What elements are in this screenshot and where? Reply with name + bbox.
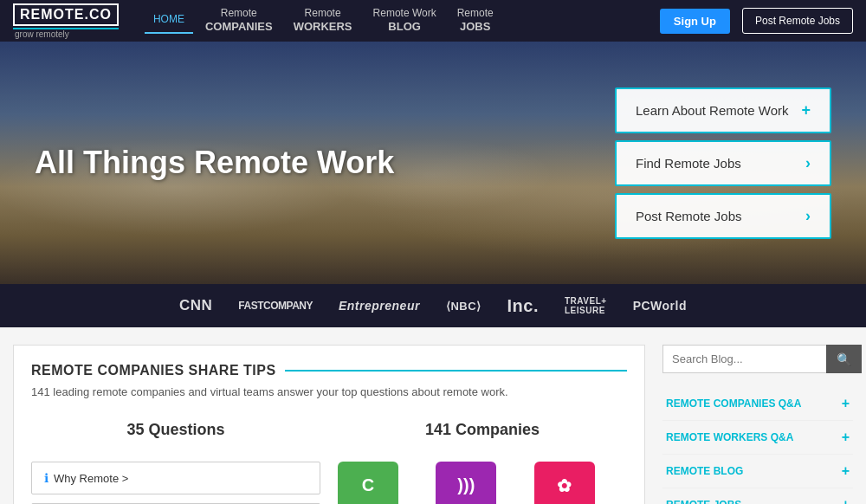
bottom-row: ℹ Why Remote > ✦ Hiring Remotely > C )))… [31, 462, 627, 504]
search-input[interactable] [662, 345, 826, 373]
entrepreneur-logo: Entrepreneur [339, 299, 420, 313]
nbc-logo: ⟨NBC⟩ [446, 300, 481, 313]
sidebar-item-jobs[interactable]: REMOTE JOBS + [662, 488, 853, 504]
post-remote-jobs-hero-button[interactable]: Post Remote Jobs › [615, 193, 831, 239]
stat-companies: 141 Companies [338, 412, 627, 448]
logo-area[interactable]: REMOTE.CO grow remotely [13, 3, 119, 39]
chevron-right-icon: › [805, 154, 811, 172]
travel-logo: TRAVEL+LEISURE [565, 296, 607, 315]
expand-icon-2: + [842, 430, 850, 445]
links-column: ℹ Why Remote > ✦ Hiring Remotely > [31, 462, 320, 504]
press-bar: CNN FASTCOMPANY Entrepreneur ⟨NBC⟩ Inc. … [0, 284, 866, 327]
expand-icon-1: + [842, 396, 850, 411]
post-jobs-button[interactable]: Post Remote Jobs [742, 8, 853, 34]
company-logo-3[interactable]: ✿ [534, 462, 595, 504]
hero-title: All Things Remote Work [35, 145, 615, 181]
main-content: REMOTE COMPANIES SHARE TIPS 141 leading … [0, 327, 866, 504]
chevron-right-icon-2: › [805, 207, 811, 225]
plus-circle-icon: + [801, 101, 811, 120]
signup-button[interactable]: Sign Up [660, 9, 730, 34]
company-logo-2[interactable]: ))) [436, 462, 496, 504]
stats-row: 35 Questions 141 Companies [31, 412, 627, 448]
stat-questions: 35 Questions [31, 412, 320, 448]
search-box: 🔍 [662, 345, 853, 373]
info-icon: ℹ [44, 471, 48, 485]
pcworld-logo: PCWorld [633, 299, 687, 313]
search-button[interactable]: 🔍 [826, 345, 862, 373]
hero-section: All Things Remote Work Learn About Remot… [0, 42, 866, 284]
hero-buttons: Learn About Remote Work + Find Remote Jo… [615, 87, 831, 239]
expand-icon-3: + [842, 463, 850, 479]
right-sidebar: 🔍 REMOTE COMPANIES Q&A + REMOTE WORKERS … [662, 345, 853, 504]
logo-text: REMOTE.CO [13, 3, 119, 26]
company-logos-grid: C ))) ✿ ā W R [338, 462, 627, 504]
nav-workers[interactable]: Remote WORKERS [285, 2, 361, 40]
cnn-logo: CNN [179, 297, 212, 314]
sidebar-item-workers-qa[interactable]: REMOTE WORKERS Q&A + [662, 421, 853, 455]
inc-logo: Inc. [507, 296, 539, 316]
nav-jobs[interactable]: Remote JOBS [449, 2, 502, 40]
fastcompany-logo: FASTCOMPANY [238, 300, 313, 312]
section-title-divider [285, 370, 627, 372]
logo-tagline: grow remotely [13, 28, 119, 39]
find-remote-jobs-button[interactable]: Find Remote Jobs › [615, 140, 831, 186]
section-title: REMOTE COMPANIES SHARE TIPS [31, 363, 627, 378]
navbar: REMOTE.CO grow remotely HOME Remote COMP… [0, 0, 866, 42]
sidebar-item-companies-qa[interactable]: REMOTE COMPANIES Q&A + [662, 387, 853, 421]
sidebar-item-blog[interactable]: REMOTE BLOG + [662, 455, 853, 488]
section-subtitle: 141 leading remote companies and virtual… [31, 385, 627, 398]
left-panel: REMOTE COMPANIES SHARE TIPS 141 leading … [13, 345, 645, 504]
company-logo-1[interactable]: C [338, 462, 398, 504]
expand-icon-4: + [842, 497, 850, 504]
learn-remote-work-button[interactable]: Learn About Remote Work + [615, 87, 831, 133]
nav-blog[interactable]: Remote Work BLOG [365, 2, 445, 40]
nav-links: HOME Remote COMPANIES Remote WORKERS Rem… [145, 2, 644, 40]
nav-companies[interactable]: Remote COMPANIES [197, 2, 281, 40]
nav-home[interactable]: HOME [145, 8, 193, 34]
why-remote-button[interactable]: ℹ Why Remote > [31, 462, 320, 494]
